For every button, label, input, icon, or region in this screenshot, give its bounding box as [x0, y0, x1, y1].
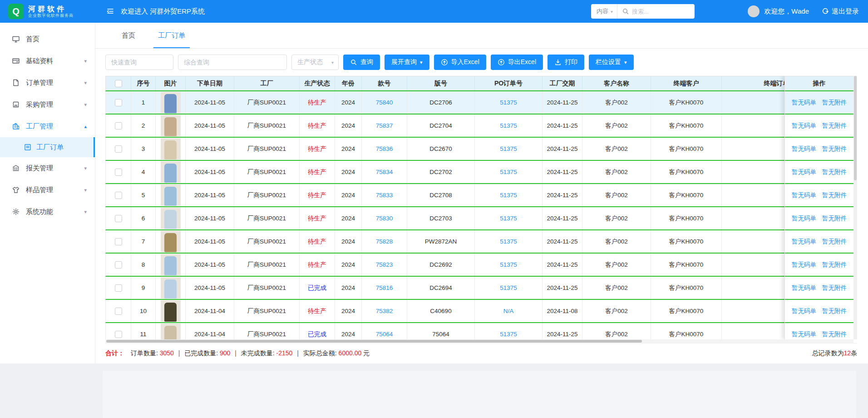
po-no-link[interactable]: 51375: [500, 122, 517, 129]
row-checkbox[interactable]: [115, 169, 122, 176]
table-row-actions: 暂无码单 暂无附件: [785, 230, 853, 254]
no-size-sheet-link[interactable]: 暂无码单: [792, 168, 816, 176]
sidebar-item-sample-mgmt[interactable]: 样品管理 ▾: [0, 179, 95, 201]
no-attachment-link[interactable]: 暂无附件: [822, 214, 847, 223]
sidebar-item-factory-orders[interactable]: 工厂订单: [0, 137, 95, 157]
row-checkbox[interactable]: [115, 331, 122, 338]
no-attachment-link[interactable]: 暂无附件: [822, 122, 847, 130]
column-settings-button[interactable]: 栏位设置 ▾: [589, 55, 634, 70]
row-checkbox[interactable]: [115, 145, 122, 153]
table-row[interactable]: 3 2024-11-05 厂商SUP0021 待生产 2024 75836 DC…: [105, 138, 844, 161]
row-checkbox[interactable]: [115, 308, 122, 315]
no-attachment-link[interactable]: 暂无附件: [822, 99, 847, 107]
style-no-link[interactable]: 75823: [376, 261, 393, 268]
no-attachment-link[interactable]: 暂无附件: [822, 145, 847, 153]
sidebar-item-purchase-mgmt[interactable]: 采购管理 ▾: [0, 94, 95, 115]
style-no-link[interactable]: 75836: [376, 145, 393, 152]
cell-order-date: 2024-11-05: [186, 114, 234, 137]
po-no-link[interactable]: 51375: [500, 261, 517, 268]
no-size-sheet-link[interactable]: 暂无码单: [792, 307, 816, 315]
table-row[interactable]: 7 2024-11-05 厂商SUP0021 待生产 2024 75828 PW…: [105, 230, 844, 254]
no-size-sheet-link[interactable]: 暂无码单: [792, 145, 816, 153]
no-size-sheet-link[interactable]: 暂无码单: [792, 122, 816, 130]
print-button[interactable]: 打印: [547, 55, 584, 70]
table-row[interactable]: 1 2024-11-05 厂商SUP0021 待生产 2024 75840 DC…: [105, 91, 844, 114]
table-row[interactable]: 5 2024-11-05 厂商SUP0021 待生产 2024 75833 DC…: [105, 184, 844, 207]
sidebar-item-factory-mgmt[interactable]: 工厂管理 ▴: [0, 115, 95, 137]
sidebar-item-system-functions[interactable]: 系统功能 ▾: [0, 201, 95, 223]
row-checkbox[interactable]: [115, 122, 122, 129]
collapse-sidebar-icon[interactable]: [106, 7, 114, 15]
po-no-link[interactable]: 51375: [500, 215, 517, 222]
po-no-link[interactable]: 51375: [500, 238, 517, 245]
logout-button[interactable]: 退出登录: [822, 7, 859, 16]
sidebar-item-customs-mgmt[interactable]: 报关管理 ▾: [0, 157, 95, 179]
no-size-sheet-link[interactable]: 暂无码单: [792, 191, 816, 199]
no-size-sheet-link[interactable]: 暂无码单: [792, 284, 816, 292]
cell-factory: 厂商SUP0021: [234, 254, 300, 276]
production-status-select[interactable]: 生产状态 ▾: [291, 55, 339, 70]
po-no-link[interactable]: 51375: [500, 284, 517, 291]
style-no-link[interactable]: 75833: [376, 192, 393, 199]
style-no-link[interactable]: 75837: [376, 122, 393, 129]
table-horizontal-scrollbar[interactable]: [105, 339, 853, 343]
style-no-link[interactable]: 75840: [376, 99, 393, 106]
export-excel-button[interactable]: 导出Excel: [491, 55, 543, 70]
no-attachment-link[interactable]: 暂无附件: [822, 307, 847, 315]
table-vertical-scrollbar[interactable]: [853, 76, 857, 339]
query-button[interactable]: 查询: [343, 55, 380, 70]
col-header-end-customer: 终端客户: [651, 76, 722, 90]
combined-search-input[interactable]: [178, 55, 287, 70]
po-no-link[interactable]: 51375: [500, 169, 517, 175]
import-excel-button[interactable]: 导入Excel: [434, 55, 486, 70]
po-no-link[interactable]: N/A: [503, 308, 514, 314]
expand-query-button[interactable]: 展开查询 ▾: [385, 55, 429, 70]
quick-search-input[interactable]: [105, 55, 173, 70]
header-search-input[interactable]: [629, 8, 695, 15]
style-no-link[interactable]: 75382: [376, 308, 393, 314]
table-row[interactable]: 4 2024-11-05 厂商SUP0021 待生产 2024 75834 DC…: [105, 161, 844, 184]
table-row[interactable]: 8 2024-11-05 厂商SUP0021 待生产 2024 75823 DC…: [105, 254, 844, 277]
po-no-link[interactable]: 51375: [500, 145, 517, 152]
no-size-sheet-link[interactable]: 暂无码单: [792, 238, 816, 246]
select-all-checkbox[interactable]: [115, 80, 122, 87]
sidebar-item-order-mgmt[interactable]: 订单管理 ▾: [0, 72, 95, 94]
search-category-select[interactable]: 内容 ▾: [591, 4, 617, 19]
no-attachment-link[interactable]: 暂无附件: [822, 238, 847, 246]
row-checkbox[interactable]: [115, 192, 122, 199]
style-no-link[interactable]: 75816: [376, 284, 393, 291]
po-no-link[interactable]: 51375: [500, 99, 517, 106]
style-no-link[interactable]: 75830: [376, 215, 393, 222]
table-row[interactable]: 10 2024-11-04 厂商SUP0021 待生产 2024 75382 C…: [105, 300, 844, 323]
cell-factory: 厂商SUP0021: [234, 138, 300, 160]
no-attachment-link[interactable]: 暂无附件: [822, 191, 847, 199]
row-checkbox[interactable]: [115, 99, 122, 106]
style-no-link[interactable]: 75064: [376, 331, 393, 338]
horizontal-scroll-thumb[interactable]: [106, 340, 642, 343]
no-attachment-link[interactable]: 暂无附件: [822, 168, 847, 176]
po-no-link[interactable]: 51375: [500, 331, 517, 338]
no-size-sheet-link[interactable]: 暂无码单: [792, 330, 816, 338]
sidebar-item-home[interactable]: 首页: [0, 28, 95, 50]
no-size-sheet-link[interactable]: 暂无码单: [792, 214, 816, 223]
row-checkbox[interactable]: [115, 215, 122, 222]
style-no-link[interactable]: 75834: [376, 169, 393, 175]
table-row[interactable]: 9 2024-11-05 厂商SUP0021 已完成 2024 75816 DC…: [105, 277, 844, 300]
tab-factory-orders[interactable]: 工厂订单: [158, 23, 185, 48]
no-attachment-link[interactable]: 暂无附件: [822, 284, 847, 292]
style-no-link[interactable]: 75828: [376, 238, 393, 245]
table-row[interactable]: 6 2024-11-05 厂商SUP0021 待生产 2024 75830 DC…: [105, 207, 844, 230]
row-checkbox[interactable]: [115, 284, 122, 292]
po-no-link[interactable]: 51375: [500, 192, 517, 199]
no-attachment-link[interactable]: 暂无附件: [822, 330, 847, 338]
vertical-scroll-thumb[interactable]: [854, 76, 857, 180]
no-size-sheet-link[interactable]: 暂无码单: [792, 99, 816, 107]
row-checkbox[interactable]: [115, 238, 122, 245]
tab-home[interactable]: 首页: [122, 23, 135, 48]
row-checkbox[interactable]: [115, 261, 122, 269]
sidebar-item-label: 基础资料: [26, 57, 53, 65]
table-row[interactable]: 2 2024-11-05 厂商SUP0021 待生产 2024 75837 DC…: [105, 114, 844, 138]
no-size-sheet-link[interactable]: 暂无码单: [792, 261, 816, 269]
no-attachment-link[interactable]: 暂无附件: [822, 261, 847, 269]
sidebar-item-basic-data[interactable]: 基础资料 ▾: [0, 50, 95, 72]
